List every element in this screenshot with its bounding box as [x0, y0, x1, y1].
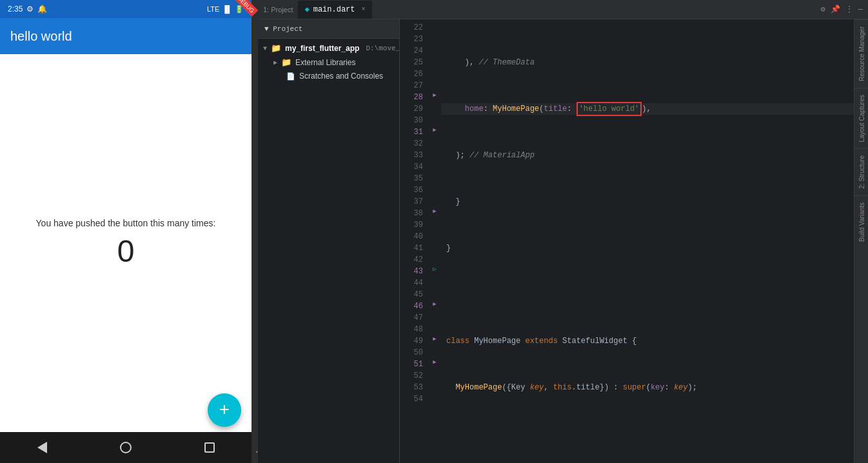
fab-button[interactable]: + [208, 393, 241, 427]
ln-23: 23 [400, 34, 423, 45]
g52 [428, 368, 441, 379]
ln-24: 24 [400, 45, 423, 57]
code-lines-area: 22 23 24 25 26 27 28 29 30 31 32 33 34 3… [400, 19, 854, 463]
home-button[interactable] [116, 438, 135, 457]
structure-tab[interactable]: 2: Structure [854, 148, 868, 195]
code-line-28: class MyHomePage extends StatefulWidget … [441, 335, 854, 347]
ide-topbar: 1: Project ◆ main.dart × ⚙ 📌 ⋮ — [258, 0, 868, 19]
back-emu-button[interactable]: ◀ [252, 137, 258, 155]
folder-icon: 📁 [271, 43, 281, 54]
g33 [428, 147, 441, 159]
home-icon [120, 442, 132, 453]
ln-28: 28 [400, 92, 423, 103]
signal-label: LTE [207, 5, 219, 13]
project-path: D:\move_c... [366, 44, 400, 52]
code-content: ), // ThemeData home: MyHomePage(title: … [441, 19, 854, 463]
folder-icon: 📁 [281, 57, 291, 68]
g29 [428, 101, 441, 112]
g45 [428, 286, 441, 298]
project-name: my_first_flutter_app [285, 44, 359, 53]
close-panel-icon[interactable]: — [858, 5, 863, 14]
screenshot-button[interactable]: 📷 [252, 93, 258, 111]
file-tree-panel: ▼ Project ▼ 📁 my_first_flutter_app D:\mo… [258, 19, 400, 463]
ide-right-tabs: Resource Manager Layout Captures 2: Stru… [854, 19, 868, 463]
code-line-30 [441, 428, 854, 440]
ln-35: 35 [400, 173, 423, 184]
main-dart-tab[interactable]: ◆ main.dart × [298, 1, 371, 19]
tree-item-project[interactable]: ▼ 📁 my_first_flutter_app D:\move_c... [258, 41, 399, 55]
ln-44: 44 [400, 277, 423, 289]
g23 [428, 31, 441, 43]
home-emu-button[interactable]: ○ [252, 159, 258, 177]
layout-captures-tab[interactable]: Layout Captures [854, 88, 868, 148]
ln-47: 47 [400, 312, 423, 324]
ln-36: 36 [400, 184, 423, 196]
volume-down-button[interactable]: 🔈 [252, 27, 258, 45]
recents-button[interactable] [200, 438, 219, 457]
project-dropdown[interactable]: ▼ Project [264, 25, 302, 33]
code-line-29: MyHomePage({Key key, this.title}) : supe… [441, 382, 854, 393]
line-numbers: 22 23 24 25 26 27 28 29 30 31 32 33 34 3… [400, 19, 428, 463]
g28: ▶ [428, 89, 441, 101]
g32 [428, 135, 441, 147]
file-tree-content: ▼ 📁 my_first_flutter_app D:\move_c... ▶ … [258, 39, 399, 85]
g53 [428, 379, 441, 391]
ln-29: 29 [400, 103, 423, 115]
back-button[interactable] [32, 438, 52, 457]
tab-filename: main.dart [313, 5, 355, 14]
g30 [428, 112, 441, 124]
ide-main: ▼ Project ▼ 📁 my_first_flutter_app D:\mo… [258, 19, 868, 463]
build-variants-tab[interactable]: Build Variants [854, 195, 868, 248]
ide-panel: 1: Project ◆ main.dart × ⚙ 📌 ⋮ — ▼ Proje… [258, 0, 868, 463]
recents-icon [204, 442, 215, 453]
square-emu-button[interactable]: □ [252, 181, 258, 199]
g46: ▶ [428, 298, 441, 310]
g37 [428, 193, 441, 205]
emulator-panel: 2:35 ⚙ 🔔 LTE ▐▌ 🔋 DEBUG hello world [0, 0, 258, 463]
ln-34: 34 [400, 161, 423, 173]
g49: ▶ [428, 333, 441, 344]
app-bar: hello world [0, 18, 252, 54]
ln-40: 40 [400, 231, 423, 242]
rotate-button[interactable]: 💎 [252, 49, 258, 67]
hello-world-string: 'hello world' [577, 102, 642, 116]
tree-item-external-libs[interactable]: ▶ 📁 External Libraries [268, 55, 399, 70]
menu-icon: ⋮ [845, 5, 853, 14]
fold-button[interactable]: 🏷 [252, 71, 258, 89]
code-line-24: ); // MaterialApp [441, 150, 854, 161]
ln-46: 46 [400, 300, 423, 312]
zoom-button[interactable]: 🔍 [252, 115, 258, 133]
g35 [428, 170, 441, 182]
g22 [428, 19, 441, 31]
dart-file-icon: ◆ [304, 5, 309, 14]
code-line-22: ), // ThemeData [441, 57, 854, 68]
ln-48: 48 [400, 324, 423, 335]
file-icon: 📄 [286, 72, 295, 81]
code-editor: 22 23 24 25 26 27 28 29 30 31 32 33 34 3… [400, 19, 854, 463]
g47 [428, 310, 441, 321]
code-line-25: } [441, 196, 854, 208]
time-display: 2:35 [8, 5, 23, 14]
emulator-toolbar: 🔊 🔈 💎 🏷 📷 🔍 ◀ ○ □ ··· [252, 0, 258, 463]
resource-manager-tab[interactable]: Resource Manager [854, 19, 868, 88]
ln-22: 22 [400, 22, 423, 34]
ln-39: 39 [400, 219, 423, 231]
ln-31: 31 [400, 126, 423, 138]
ln-26: 26 [400, 68, 423, 80]
ln-45: 45 [400, 289, 423, 300]
g48 [428, 321, 441, 333]
g34 [428, 159, 441, 170]
settings-icon: ⚙ [26, 5, 34, 14]
tab-close-button[interactable]: × [362, 6, 366, 13]
ln-52: 52 [400, 370, 423, 382]
scratches-label: Scratches and Consoles [299, 72, 383, 81]
g50 [428, 344, 441, 356]
ln-42: 42 [400, 254, 423, 266]
status-bar: 2:35 ⚙ 🔔 LTE ▐▌ 🔋 DEBUG [0, 0, 252, 18]
phone-screen: 2:35 ⚙ 🔔 LTE ▐▌ 🔋 DEBUG hello world [0, 0, 252, 463]
navigation-bar [0, 432, 252, 463]
tree-item-scratches[interactable]: 📄 Scratches and Consoles [268, 70, 399, 83]
app-content: You have pushed the button this many tim… [0, 54, 252, 432]
file-tree-header: ▼ Project [258, 19, 399, 39]
expand-arrow: ▼ [263, 45, 267, 52]
